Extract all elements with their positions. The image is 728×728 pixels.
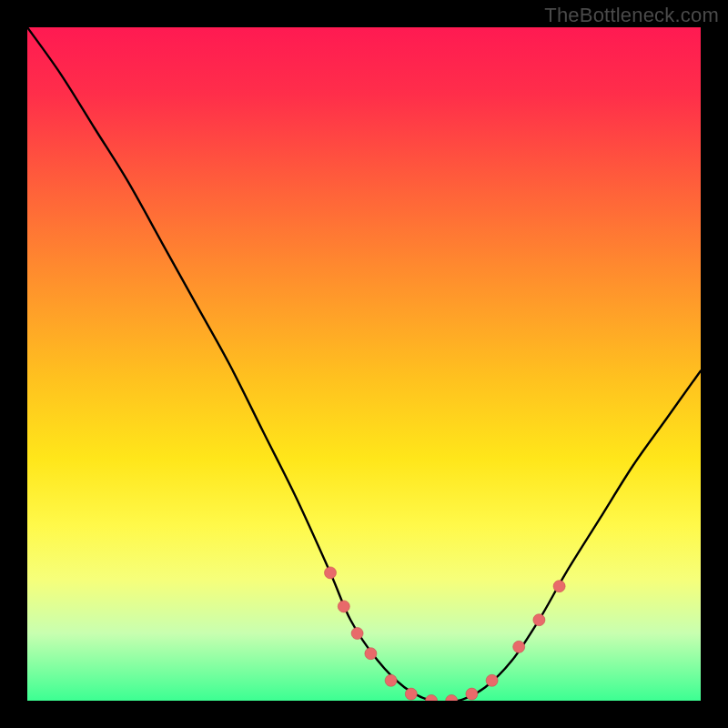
watermark-text: TheBottleneck.com [544,4,719,27]
data-dot [466,688,478,700]
data-dot [325,567,337,579]
data-dot [351,628,363,640]
data-dot [446,695,458,702]
data-dots [325,567,566,701]
bottleneck-curve [27,27,701,701]
data-dot [385,674,397,686]
data-dot [365,648,377,660]
data-dot [486,674,498,686]
plot-area [27,27,701,701]
data-dot [426,695,438,702]
data-dot [513,641,525,652]
data-dot [533,614,545,626]
chart-svg [27,27,701,701]
data-dot [338,601,349,612]
data-dot [405,688,417,700]
data-dot [553,581,565,592]
